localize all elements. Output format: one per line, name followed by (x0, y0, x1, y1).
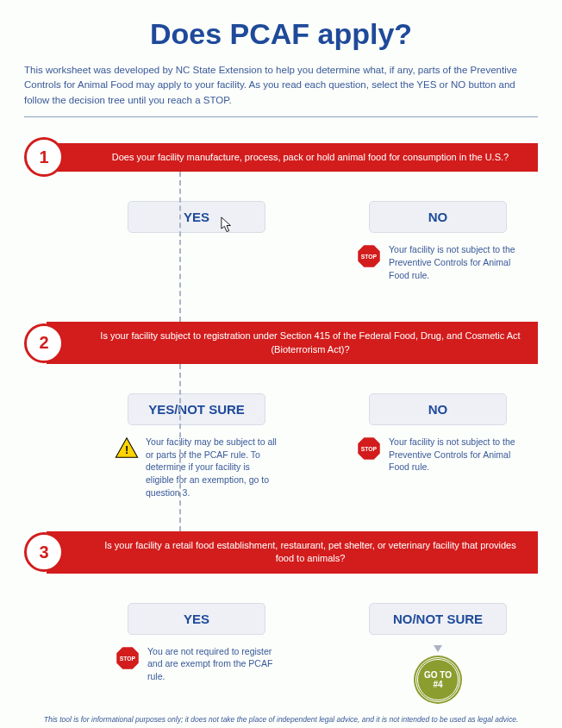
outcome-2-yes: ! Your facility may be subject to all or… (115, 436, 278, 499)
answer-2-yes: YES/NOT SURE ! Your facility may be subj… (110, 393, 283, 531)
answer-1-yes: YES (110, 201, 283, 322)
outcome-2-no-text: Your facility is not subject to the Prev… (389, 436, 520, 474)
worksheet: Does PCAF apply? This worksheet was deve… (24, 17, 538, 724)
no-button-2[interactable]: NO (369, 393, 507, 425)
question-bar-3: Is your facility a retail food establish… (47, 531, 538, 574)
stop-icon: STOP (356, 243, 382, 269)
answers-3: YES STOP You are not required to registe… (110, 603, 538, 706)
question-1: 1 Does your facility manufacture, proces… (24, 143, 538, 172)
connector-q2-yes (179, 364, 181, 531)
svg-text:STOP: STOP (361, 254, 378, 260)
answers-2: YES/NOT SURE ! Your facility may be subj… (110, 393, 538, 531)
stop-icon: STOP (115, 645, 140, 671)
footer-disclaimer: This tool is for informational purposes … (24, 715, 538, 724)
no-button-1[interactable]: NO (369, 201, 507, 233)
question-2: 2 Is your facility subject to registrati… (24, 322, 538, 364)
goto-line1: GO TO (424, 670, 452, 680)
no-button-3[interactable]: NO/NOT SURE (369, 603, 507, 635)
outcome-3-yes: STOP You are not required to register an… (115, 645, 278, 683)
svg-text:STOP: STOP (361, 446, 378, 452)
yes-button-2[interactable]: YES/NOT SURE (128, 393, 265, 425)
answers-1: YES NO STOP Your facility is not subject… (110, 201, 538, 322)
answer-1-no: NO STOP Your facility is not subject to … (352, 201, 524, 322)
arrow-down-icon (434, 645, 442, 652)
outcome-3-yes-text: You are not required to register and are… (147, 645, 278, 683)
outcome-2-yes-text: Your facility may be subject to all or p… (146, 436, 278, 499)
stop-icon: STOP (356, 436, 382, 461)
answer-2-no: NO STOP Your facility is not subject to … (352, 393, 524, 531)
question-3: 3 Is your facility a retail food establi… (24, 531, 538, 574)
svg-text:STOP: STOP (120, 656, 136, 662)
question-number-1: 1 (24, 137, 64, 177)
connector-q1-yes (179, 172, 181, 322)
question-bar-1: Does your facility manufacture, process,… (47, 143, 538, 172)
question-bar-2: Is your facility subject to registration… (47, 322, 538, 364)
outcome-1-no-text: Your facility is not subject to the Prev… (389, 243, 520, 281)
svg-text:!: ! (125, 444, 128, 456)
warning-icon: ! (115, 436, 139, 460)
yes-button-1[interactable]: YES (128, 201, 265, 233)
question-number-3: 3 (24, 532, 64, 572)
page-title: Does PCAF apply? (24, 17, 538, 51)
intro-text: This worksheet was developed by NC State… (24, 63, 538, 117)
goto-line2: #4 (433, 680, 442, 689)
goto-4-badge[interactable]: GO TO #4 (415, 657, 460, 702)
question-number-2: 2 (24, 323, 64, 363)
yes-button-3[interactable]: YES (128, 603, 265, 635)
answer-3-yes: YES STOP You are not required to registe… (110, 603, 283, 706)
outcome-1-no: STOP Your facility is not subject to the… (356, 243, 520, 281)
outcome-2-no: STOP Your facility is not subject to the… (356, 436, 520, 474)
answer-3-no: NO/NOT SURE GO TO #4 (352, 603, 524, 706)
